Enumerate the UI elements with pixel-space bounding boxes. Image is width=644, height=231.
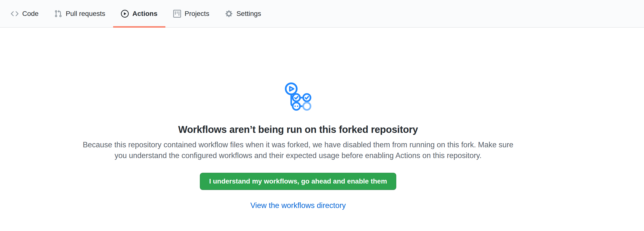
blankslate-heading: Workflows aren’t being run on this forke… <box>0 124 596 135</box>
tab-label: Code <box>22 10 38 17</box>
project-board-icon <box>173 10 181 18</box>
tab-code[interactable]: Code <box>3 0 46 27</box>
active-tab-underline <box>113 26 166 28</box>
play-circle-icon <box>121 10 129 18</box>
blankslate-description: Because this repository contained workfl… <box>80 139 516 161</box>
tab-label: Actions <box>132 10 158 17</box>
code-icon <box>11 10 18 18</box>
enable-workflows-button[interactable]: I understand my workflows, go ahead and … <box>200 173 396 190</box>
repo-tab-bar: Code Pull requests Actions Projects Sett… <box>0 0 644 28</box>
tab-label: Pull requests <box>66 10 105 17</box>
tab-label: Projects <box>185 10 209 17</box>
gear-icon <box>225 10 233 18</box>
view-workflows-directory-link[interactable]: View the workflows directory <box>250 201 346 210</box>
tab-label: Settings <box>236 10 261 17</box>
workflow-graph-icon <box>284 82 312 111</box>
tab-pull-requests[interactable]: Pull requests <box>46 0 113 27</box>
actions-blankslate: Workflows aren’t being run on this forke… <box>0 28 596 210</box>
tab-actions[interactable]: Actions <box>113 0 166 27</box>
git-pull-request-icon <box>54 10 62 18</box>
tab-projects[interactable]: Projects <box>166 0 217 27</box>
tab-settings[interactable]: Settings <box>217 0 269 27</box>
